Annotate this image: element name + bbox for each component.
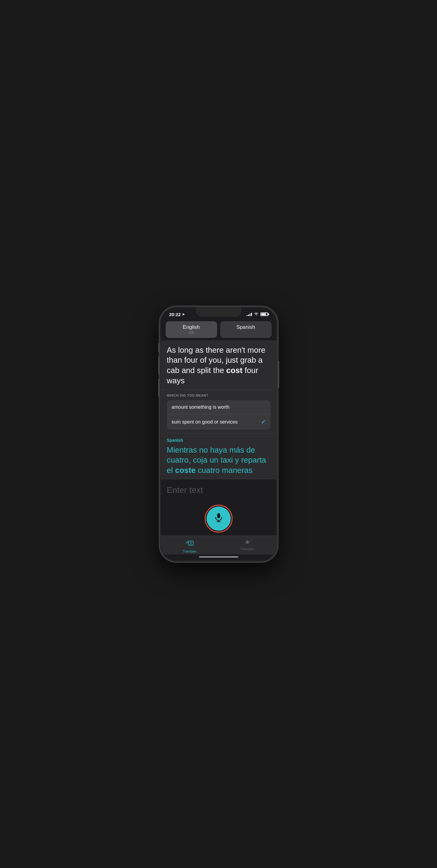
home-indicator — [161, 554, 277, 561]
text-input-placeholder[interactable]: Enter text — [167, 485, 271, 500]
notch — [196, 308, 241, 317]
favorites-tab-icon: ★ — [244, 538, 250, 546]
tab-favorites[interactable]: ★ Favorites — [219, 538, 277, 553]
tab-translate[interactable]: A 文 Translate — [161, 538, 219, 553]
source-text-bold: cost — [226, 366, 242, 375]
spanish-tab-name: Spanish — [223, 324, 269, 330]
mic-section — [161, 503, 277, 535]
phone-frame: 20:22 ➤ — [160, 306, 278, 562]
phone-screen: 20:22 ➤ — [161, 308, 277, 561]
svg-rect-1 — [217, 513, 220, 518]
translate-tab-label: Translate — [183, 550, 196, 553]
status-icons — [247, 312, 268, 317]
signal-bar-4 — [251, 313, 252, 316]
english-tab-sub: US — [169, 330, 214, 335]
app-content: English US Spanish As long as there aren… — [161, 319, 277, 561]
location-icon: ➤ — [182, 312, 185, 316]
signal-bar-1 — [247, 315, 247, 316]
signal-bar-3 — [250, 314, 250, 316]
battery-icon — [260, 312, 268, 316]
power-button[interactable] — [278, 361, 279, 388]
spanish-section-label: Spanish — [167, 438, 271, 443]
english-tab-name: English — [169, 324, 214, 330]
did-you-mean-label: WHICH DID YOU MEAN? — [167, 394, 271, 397]
battery-fill — [261, 313, 266, 315]
signal-bar-2 — [248, 315, 249, 316]
time-text: 20:22 — [169, 312, 181, 317]
language-tabs: English US Spanish — [161, 319, 277, 340]
time-display: 20:22 ➤ — [169, 312, 185, 317]
did-you-mean-section: WHICH DID YOU MEAN? amount something is … — [161, 390, 277, 434]
mic-icon — [214, 513, 223, 525]
meaning-option-1[interactable]: amount something is worth — [167, 400, 271, 414]
mic-button[interactable] — [207, 506, 231, 531]
favorites-tab-label: Favorites — [241, 547, 254, 551]
meaning-option-2[interactable]: sum spent on good or services ✓ — [167, 414, 271, 430]
meaning-text-2: sum spent on good or services — [172, 419, 238, 425]
tab-english[interactable]: English US — [166, 321, 217, 338]
volume-up-button[interactable] — [158, 356, 159, 374]
translate-tab-icon: A 文 — [185, 538, 194, 549]
source-text-section: As long as there aren't more than four o… — [161, 340, 277, 390]
mute-button[interactable] — [158, 343, 159, 352]
input-area[interactable]: Enter text — [161, 479, 277, 503]
source-text: As long as there aren't more than four o… — [167, 345, 271, 386]
svg-text:文: 文 — [189, 541, 193, 545]
meaning-options: amount something is worth sum spent on g… — [167, 400, 271, 430]
tab-bar: A 文 Translate ★ Favorites — [161, 535, 277, 554]
home-bar — [199, 556, 238, 558]
volume-down-button[interactable] — [158, 378, 159, 397]
translation-area: As long as there aren't more than four o… — [161, 340, 277, 479]
signal-icon — [247, 312, 252, 316]
spanish-text-bold: coste — [175, 466, 196, 475]
spanish-text-after: cuatro maneras — [196, 466, 253, 475]
meaning-text-1: amount something is worth — [172, 404, 229, 410]
checkmark-icon: ✓ — [261, 419, 266, 425]
tab-spanish[interactable]: Spanish — [220, 321, 272, 338]
wifi-icon — [254, 312, 259, 317]
spanish-translated-text: Mientras no haya más de cuatro, coja un … — [167, 445, 271, 476]
spanish-section: Spanish Mientras no haya más de cuatro, … — [161, 434, 277, 479]
